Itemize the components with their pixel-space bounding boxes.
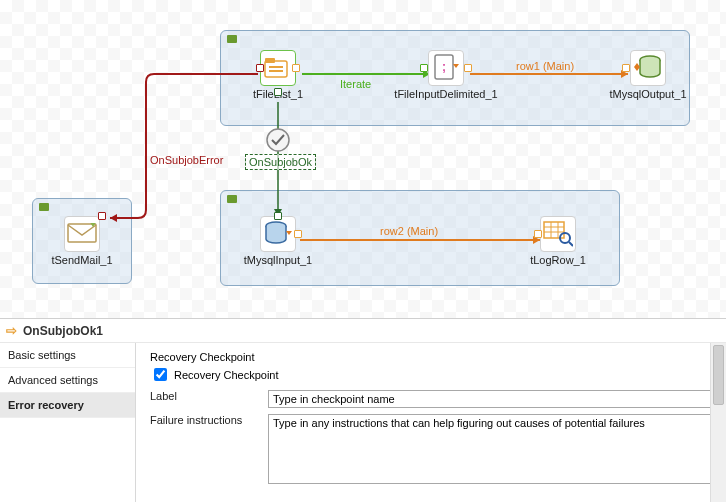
node-tmysqlinput[interactable]: tMysqlInput_1 xyxy=(218,216,338,266)
conn-label-row1[interactable]: row1 (Main) xyxy=(516,60,574,72)
node-label: tLogRow_1 xyxy=(498,254,618,266)
failure-instructions-label: Failure instructions xyxy=(150,414,258,426)
svg-point-9 xyxy=(267,129,289,151)
node-label: tMysqlOutput_1 xyxy=(588,88,708,100)
svg-rect-13 xyxy=(269,70,283,72)
tab-basic-settings[interactable]: Basic settings xyxy=(0,343,135,368)
node-label: tMysqlInput_1 xyxy=(218,254,338,266)
svg-text:;: ; xyxy=(442,60,446,74)
database-in-icon xyxy=(260,216,296,252)
svg-rect-10 xyxy=(265,61,287,77)
tab-advanced-settings[interactable]: Advanced settings xyxy=(0,368,135,393)
section-heading: Recovery Checkpoint xyxy=(150,351,716,363)
table-magnify-icon xyxy=(540,216,576,252)
conn-label-row2[interactable]: row2 (Main) xyxy=(380,225,438,237)
conn-label-onsubjobok[interactable]: OnSubjobOk xyxy=(245,154,316,170)
properties-title: OnSubjobOk1 xyxy=(23,324,103,338)
node-label: tSendMail_1 xyxy=(22,254,142,266)
svg-rect-12 xyxy=(269,66,283,68)
label-input[interactable] xyxy=(268,390,716,408)
node-tsendmail[interactable]: tSendMail_1 xyxy=(22,216,142,266)
file-delimited-icon: ; xyxy=(428,50,464,86)
conn-label-iterate[interactable]: Iterate xyxy=(340,78,371,90)
collapse-icon[interactable] xyxy=(39,203,49,211)
node-tfileinputdelimited[interactable]: ; tFileInputDelimited_1 xyxy=(386,50,506,100)
properties-panel: ⇨ OnSubjobOk1 Basic settings Advanced se… xyxy=(0,318,726,502)
node-label: tFileInputDelimited_1 xyxy=(386,88,506,100)
properties-form: Recovery Checkpoint Recovery Checkpoint … xyxy=(136,343,726,502)
failure-instructions-input[interactable] xyxy=(268,414,716,484)
recovery-checkpoint-label: Recovery Checkpoint xyxy=(174,369,279,381)
conn-label-onsubjoberror[interactable]: OnSubjobError xyxy=(150,154,223,166)
mail-icon xyxy=(64,216,100,252)
properties-title-bar: ⇨ OnSubjobOk1 xyxy=(0,319,726,343)
tab-error-recovery[interactable]: Error recovery xyxy=(0,393,135,418)
svg-rect-11 xyxy=(265,58,275,63)
node-tfilelist[interactable]: tFileList_1 xyxy=(218,50,338,100)
arrow-icon: ⇨ xyxy=(6,323,17,338)
svg-rect-17 xyxy=(68,224,96,242)
node-tlogrow[interactable]: tLogRow_1 xyxy=(498,216,618,266)
properties-tabs: Basic settings Advanced settings Error r… xyxy=(0,343,136,502)
database-out-icon xyxy=(630,50,666,86)
label-field-label: Label xyxy=(150,390,258,402)
scrollbar[interactable] xyxy=(710,343,726,502)
svg-line-25 xyxy=(569,242,573,246)
job-canvas[interactable]: Iterate row1 (Main) row2 (Main) OnSubjob… xyxy=(0,0,726,318)
recovery-checkpoint-checkbox[interactable] xyxy=(154,368,167,381)
collapse-icon[interactable] xyxy=(227,195,237,203)
collapse-icon[interactable] xyxy=(227,35,237,43)
node-tmysqloutput[interactable]: tMysqlOutput_1 xyxy=(588,50,708,100)
folder-list-icon xyxy=(260,50,296,86)
